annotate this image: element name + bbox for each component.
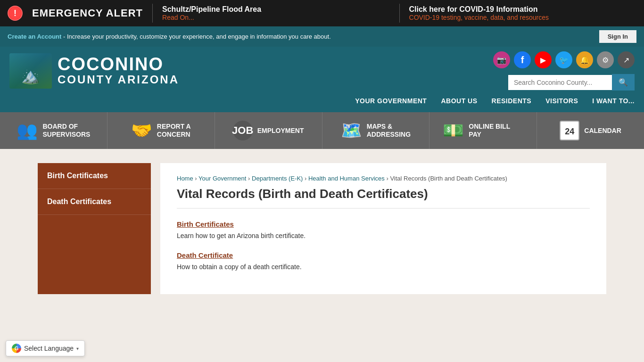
page-title: Vital Records (Birth and Death Certifica…: [177, 187, 590, 209]
chevron-down-icon: ▾: [76, 346, 79, 351]
logo-name1: COCONINO: [58, 55, 179, 73]
search-button[interactable]: 🔍: [612, 74, 635, 90]
calendar-label1: CALENDAR: [584, 127, 621, 135]
youtube-icon[interactable]: ▶: [535, 51, 552, 68]
bill-pay-icon: 💵: [443, 121, 464, 140]
bill-pay-label1: ONLINE BILL PAY: [469, 123, 523, 139]
sign-in-button[interactable]: Sign In: [599, 30, 636, 43]
breadcrumb-sep3: ›: [305, 175, 308, 182]
maps-icon: 🗺️: [341, 121, 362, 140]
board-text: BOARD OF SUPERVISORS: [42, 123, 90, 139]
search-bar: 🔍: [508, 74, 635, 90]
maps-label1: MAPS &: [367, 123, 411, 131]
nav-your-government[interactable]: YOUR GOVERNMENT: [355, 95, 427, 107]
logo-icon[interactable]: [9, 53, 52, 89]
facebook-icon[interactable]: f: [514, 51, 531, 68]
death-certificate-desc: How to obtain a copy of a death certific…: [177, 262, 590, 272]
logo-text: COCONINO COUNTY ARIZONA: [58, 55, 179, 87]
report-icon: 🤝: [131, 121, 152, 140]
social-icons: 📷 f ▶ 🐦 🔔 ⚙ ↗: [493, 51, 635, 68]
emergency-covid-desc: COVID-19 testing, vaccine, data, and res…: [409, 14, 636, 21]
sidebar: Birth Certificates Death Certificates: [38, 163, 151, 294]
main-nav: YOUR GOVERNMENT ABOUT US RESIDENTS VISIT…: [0, 95, 644, 112]
header-right: 📷 f ▶ 🐦 🔔 ⚙ ↗ 🔍: [493, 51, 635, 90]
maps-text: MAPS & ADDRESSING: [367, 123, 411, 139]
quicklinks-bar: 👥 BOARD OF SUPERVISORS 🤝 REPORT A CONCER…: [0, 112, 644, 149]
sidebar-death-certificates[interactable]: Death Certificates: [38, 189, 151, 215]
quicklink-report-a-concern[interactable]: 🤝 REPORT A CONCERN: [107, 112, 215, 149]
quicklink-employment[interactable]: JOB EMPLOYMENT: [215, 112, 322, 149]
board-icon: 👥: [17, 121, 38, 140]
logo-name2: COUNTY ARIZONA: [58, 73, 179, 87]
emergency-event-title: Schultz/Pipeline Flood Area: [162, 5, 389, 14]
death-certificate-section: Death Certificate How to obtain a copy o…: [177, 251, 590, 272]
nav-visitors[interactable]: VISITORS: [545, 95, 578, 107]
emergency-read-on-link[interactable]: Read On...: [162, 14, 194, 21]
employment-label1: EMPLOYMENT: [257, 127, 304, 135]
site-header: COCONINO COUNTY ARIZONA 📷 f ▶ 🐦 🔔 ⚙ ↗ 🔍: [0, 47, 644, 95]
nav-about-us[interactable]: ABOUT US: [441, 95, 477, 107]
instagram-icon[interactable]: 📷: [493, 51, 510, 68]
breadcrumb-sep1: ›: [195, 175, 198, 182]
language-selector[interactable]: G Select Language ▾: [6, 340, 85, 356]
emergency-covid-title: Click here for COVID-19 Information: [409, 5, 636, 14]
share-icon[interactable]: ↗: [618, 51, 635, 68]
quicklink-board-of-supervisors[interactable]: 👥 BOARD OF SUPERVISORS: [0, 112, 107, 149]
sidebar-birth-certificates[interactable]: Birth Certificates: [38, 163, 151, 189]
breadcrumb-your-government[interactable]: Your Government: [198, 175, 246, 182]
breadcrumb-home[interactable]: Home: [177, 175, 193, 182]
breadcrumb-departments[interactable]: Departments (E-K): [252, 175, 303, 182]
employment-text: EMPLOYMENT: [257, 127, 304, 135]
gear-icon[interactable]: ⚙: [597, 51, 614, 68]
bill-pay-text: ONLINE BILL PAY: [469, 123, 523, 139]
birth-certificates-link[interactable]: Birth Certificates: [177, 220, 590, 228]
emergency-title: EMERGENCY ALERT: [32, 7, 143, 19]
calendar-text: CALENDAR: [584, 127, 621, 135]
create-account-link[interactable]: Create an Account: [8, 33, 61, 40]
report-label1: REPORT A: [157, 123, 191, 131]
logo-area: COCONINO COUNTY ARIZONA: [9, 53, 179, 89]
employment-icon: JOB: [233, 121, 253, 140]
language-label: Select Language: [24, 345, 74, 352]
breadcrumb-sep2: ›: [248, 175, 252, 182]
google-translate-icon: G: [12, 344, 21, 353]
breadcrumb: Home › Your Government › Departments (E-…: [177, 175, 590, 187]
content-area: Birth Certificates Death Certificates Ho…: [0, 149, 644, 308]
quicklink-bill-pay[interactable]: 💵 ONLINE BILL PAY: [429, 112, 537, 149]
breadcrumb-current: Vital Records (Birth and Death Certifica…: [390, 175, 507, 182]
maps-label2: ADDRESSING: [367, 131, 411, 139]
nav-residents[interactable]: RESIDENTS: [492, 95, 532, 107]
emergency-icon: !: [8, 6, 23, 21]
emergency-covid[interactable]: Click here for COVID-19 Information COVI…: [409, 5, 636, 21]
emergency-divider: [152, 4, 153, 23]
emergency-event: Schultz/Pipeline Flood Area Read On...: [162, 5, 389, 21]
emergency-divider2: [399, 4, 400, 23]
search-input[interactable]: [508, 75, 612, 90]
breadcrumb-health[interactable]: Health and Human Services: [308, 175, 385, 182]
main-panel: Home › Your Government › Departments (E-…: [160, 163, 606, 294]
report-label2: CONCERN: [157, 131, 191, 139]
quicklink-calendar[interactable]: 24 CALENDAR: [537, 112, 644, 149]
twitter-icon[interactable]: 🐦: [555, 51, 572, 68]
nav-i-want-to[interactable]: I WANT TO...: [592, 95, 635, 107]
account-bar: Create an Account - Increase your produc…: [0, 26, 644, 47]
report-text: REPORT A CONCERN: [157, 123, 191, 139]
birth-certificates-desc: Learn how to get an Arizona birth certif…: [177, 231, 590, 241]
account-bar-text: Create an Account - Increase your produc…: [8, 33, 331, 40]
emergency-alert-bar: ! EMERGENCY ALERT Schultz/Pipeline Flood…: [0, 0, 644, 26]
quicklink-maps[interactable]: 🗺️ MAPS & ADDRESSING: [322, 112, 430, 149]
board-label1: BOARD OF: [42, 123, 90, 131]
birth-certificates-section: Birth Certificates Learn how to get an A…: [177, 220, 590, 241]
death-certificate-link[interactable]: Death Certificate: [177, 251, 590, 259]
bell-icon[interactable]: 🔔: [576, 51, 593, 68]
calendar-icon: 24: [560, 121, 579, 140]
board-label2: SUPERVISORS: [42, 131, 90, 139]
